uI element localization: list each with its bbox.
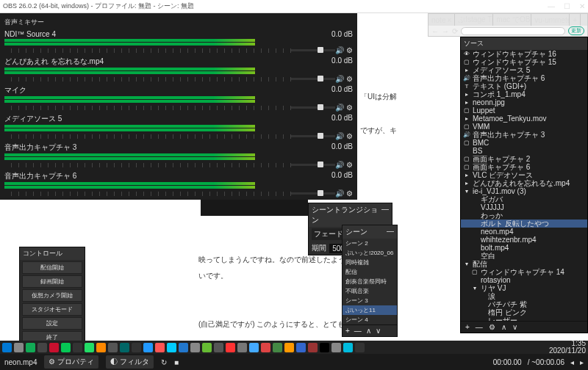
speaker-icon[interactable]: 🔊: [335, 75, 344, 83]
browser-tab[interactable]: vu-ummeter-b... ×: [531, 14, 570, 26]
taskbar-app-icon[interactable]: [143, 343, 153, 352]
taskbar-app-icon[interactable]: [132, 343, 141, 352]
stop-icon[interactable]: ■: [174, 358, 179, 366]
taskbar-app-icon[interactable]: [26, 343, 35, 352]
back-step-icon[interactable]: ◂: [570, 358, 574, 366]
source-item[interactable]: ボルト 反転したやつ: [461, 220, 587, 228]
taskbar-app-icon[interactable]: [214, 343, 223, 352]
scene-item[interactable]: ぶいっと11: [343, 305, 397, 315]
taskbar-app-icon[interactable]: [73, 343, 82, 352]
source-item[interactable]: ▢BMC: [461, 139, 587, 147]
taskbar-app-icon[interactable]: [226, 343, 235, 352]
min-btn[interactable]: —: [548, 2, 555, 10]
speaker-icon[interactable]: 🔊: [335, 104, 344, 112]
scene-down-btn[interactable]: ∨: [376, 327, 381, 335]
source-item[interactable]: ▾ie-i_VJ1.mov (3): [461, 187, 587, 195]
taskbar-app-icon[interactable]: [320, 343, 329, 352]
source-item[interactable]: ▸neonn.jpg: [461, 98, 587, 106]
new-tab-btn[interactable]: +: [570, 14, 581, 26]
browser-tab[interactable]: note ×: [429, 14, 455, 26]
control-button[interactable]: 録画開始: [22, 275, 82, 288]
volume-slider[interactable]: [291, 164, 335, 166]
taskbar-app-icon[interactable]: [237, 343, 247, 352]
speaker-icon[interactable]: 🔊: [335, 46, 344, 54]
source-item[interactable]: ▸どんぴあえれを忘れるな.mp4: [461, 179, 587, 187]
control-button[interactable]: スタジオモード: [22, 303, 82, 316]
scene-item[interactable]: シーン 3: [343, 296, 397, 305]
source-item[interactable]: ▸コンポ 1_1.mp4: [461, 90, 587, 98]
taskbar-app-icon[interactable]: [273, 343, 282, 352]
volume-slider[interactable]: [291, 135, 335, 137]
close-icon[interactable]: —: [387, 227, 394, 237]
taskbar-app-icon[interactable]: [2, 343, 12, 352]
source-settings-btn[interactable]: ⚙: [489, 323, 495, 331]
source-item[interactable]: ▾リヤ VJ: [461, 284, 587, 292]
remove-source-btn[interactable]: —: [476, 323, 483, 331]
gear-icon[interactable]: ⚙: [346, 46, 353, 54]
remove-scene-btn[interactable]: —: [354, 327, 362, 335]
taskbar-app-icon[interactable]: [284, 343, 294, 352]
taskbar-app-icon[interactable]: [190, 343, 200, 352]
taskbar-app-icon[interactable]: [49, 343, 59, 352]
taskbar-app-icon[interactable]: [167, 343, 176, 352]
scene-item[interactable]: 同時複雑: [343, 258, 397, 267]
source-item[interactable]: whihtezenbr.mp4: [461, 236, 587, 244]
volume-slider[interactable]: [291, 49, 335, 51]
control-button[interactable]: 配信開始: [22, 261, 82, 274]
add-source-btn[interactable]: +: [465, 323, 470, 331]
source-item[interactable]: bolt.mp4: [461, 244, 587, 252]
scene-item[interactable]: シーン 2: [343, 239, 397, 248]
control-button[interactable]: 設定: [22, 317, 82, 330]
taskbar-app-icon[interactable]: [61, 343, 71, 352]
volume-slider[interactable]: [291, 192, 335, 195]
reload-icon[interactable]: ⟳: [452, 27, 458, 35]
gear-icon[interactable]: ⚙: [346, 75, 353, 83]
scene-up-btn[interactable]: ∧: [366, 327, 371, 335]
source-item[interactable]: ▢Luppet: [461, 106, 587, 115]
speaker-icon[interactable]: 🔊: [335, 161, 344, 169]
source-item[interactable]: 楕円 ピンク: [461, 308, 587, 316]
source-item[interactable]: VJJJJJ: [461, 203, 587, 211]
scene-item[interactable]: シーン 4: [343, 315, 397, 324]
properties-btn[interactable]: ⚙ プロパティ: [44, 355, 98, 369]
taskbar-app-icon[interactable]: [96, 343, 106, 352]
source-down-btn[interactable]: ∨: [512, 323, 517, 331]
back-icon[interactable]: ←: [431, 27, 439, 35]
volume-slider[interactable]: [291, 106, 335, 109]
taskbar-app-icon[interactable]: [14, 343, 24, 352]
fwd-icon[interactable]: →: [442, 27, 449, 35]
max-btn[interactable]: ☐: [564, 2, 570, 10]
source-item[interactable]: 🔊音声出力キャプチャ 3: [461, 131, 587, 139]
taskbar-app-icon[interactable]: [179, 343, 188, 352]
taskbar-app-icon[interactable]: [85, 343, 94, 352]
source-item[interactable]: ▢ウィンドウキャプチャ 14: [461, 268, 587, 276]
taskbar-app-icon[interactable]: [343, 343, 353, 352]
volume-slider[interactable]: [291, 78, 335, 80]
speaker-icon[interactable]: 🔊: [335, 132, 344, 140]
close-icon[interactable]: —: [381, 205, 389, 225]
source-up-btn[interactable]: ∧: [501, 323, 506, 331]
taskbar-app-icon[interactable]: [308, 343, 318, 352]
close-btn[interactable]: ✕: [579, 2, 585, 10]
taskbar-app-icon[interactable]: [202, 343, 212, 352]
windows-taskbar[interactable]: 1:352020/11/20: [0, 341, 588, 354]
control-button[interactable]: 仮想カメラ開始: [22, 289, 82, 302]
taskbar-app-icon[interactable]: [155, 343, 165, 352]
add-scene-btn[interactable]: +: [345, 327, 350, 335]
source-item[interactable]: ▸Metamoe_Tenkyu.mov: [461, 115, 587, 123]
taskbar-app-icon[interactable]: [249, 343, 259, 352]
filters-btn[interactable]: ◐ フィルタ: [106, 355, 154, 369]
scene-item[interactable]: 配信: [343, 267, 397, 277]
restart-icon[interactable]: ↻: [161, 358, 167, 366]
source-item[interactable]: ギガバ: [461, 195, 587, 203]
speaker-icon[interactable]: 🔊: [335, 189, 344, 197]
taskbar-app-icon[interactable]: [355, 343, 365, 352]
source-item[interactable]: rotasyion: [461, 276, 587, 284]
browser-tab[interactable]: ぷIstage Tiny!で ×: [455, 14, 493, 26]
fwd-step-icon[interactable]: ▸: [580, 358, 584, 366]
address-bar[interactable]: [461, 27, 565, 35]
gear-icon[interactable]: ⚙: [346, 104, 353, 112]
taskbar-app-icon[interactable]: [261, 343, 270, 352]
gear-icon[interactable]: ⚙: [346, 161, 353, 169]
gear-icon[interactable]: ⚙: [346, 189, 353, 197]
